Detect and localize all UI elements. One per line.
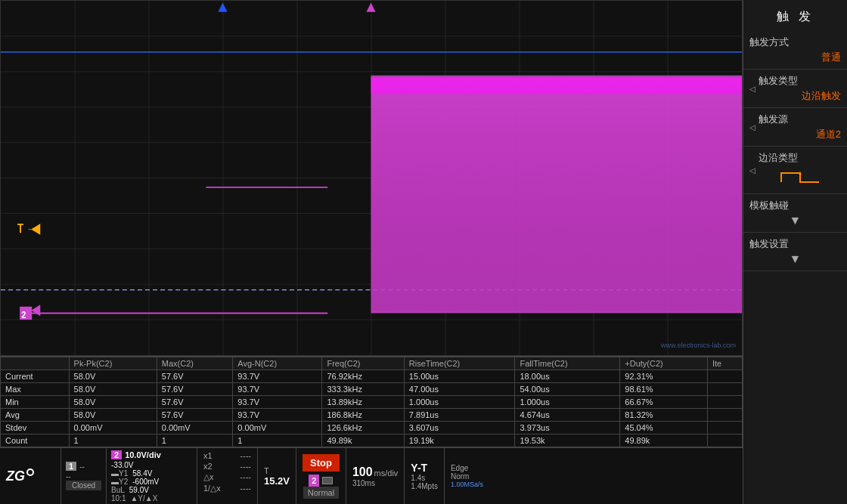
trigger-mode-item[interactable]: 触发方式 普通 [743, 31, 847, 70]
cursor-dx-val: ---- [240, 472, 251, 482]
ch1-line2: -- [66, 472, 101, 481]
ch2-label: 2 [111, 450, 122, 459]
ch2-coupling: BuL [111, 486, 125, 494]
stop-button[interactable]: Stop [302, 454, 340, 472]
edge-type-row: ◁ 边沿类型 [749, 151, 841, 189]
acq-time: 1.4s [411, 474, 438, 482]
row-cell: 47.00us [404, 383, 515, 396]
trigger-source-item[interactable]: ◁ 触发源 通道2 [743, 108, 847, 147]
row-cell [707, 383, 742, 396]
cursor-inv-val: ---- [240, 484, 251, 493]
timebase-sub: 310ms [352, 479, 398, 487]
cursor-panel: x1 ---- x2 ---- △x ---- 1/△x ---- [197, 448, 257, 504]
yt-panel: Y-T 1.4s 1.4Mpts [404, 448, 444, 504]
col-header-freq: Freq(C2) [322, 357, 404, 370]
ch2-y2-label: ▬Y2 [111, 478, 128, 486]
row-cell: 57.6V [157, 383, 233, 396]
row-label: Stdev [1, 422, 70, 434]
template-touch-arrow: ▼ [749, 214, 841, 227]
timebase-value: 100 [352, 465, 373, 479]
logo-circle [26, 468, 34, 476]
col-header-duty: +Duty(C2) [620, 357, 708, 370]
trigger-source-arrow: ◁ [749, 123, 755, 131]
svg-text:T →: T → [17, 222, 36, 236]
yt-label: Y-T [411, 462, 438, 474]
svg-marker-26 [218, 2, 227, 11]
row-cell: 3.973us [515, 422, 620, 434]
cursor-inv-label: 1/△x [203, 484, 221, 493]
row-label: Count [1, 434, 70, 447]
col-header-label [1, 357, 70, 370]
ch1-closed: Closed [66, 481, 101, 490]
cursor-x1-row: x1 ---- [203, 451, 251, 460]
row-cell: 49.89k [322, 434, 404, 447]
row-cell: 0.00mV [69, 422, 157, 434]
cursor-x2-label: x2 [203, 462, 213, 471]
trigger-source-value: 通道2 [759, 128, 841, 141]
trigger-type-item[interactable]: ◁ 触发类型 边沿触发 [743, 70, 847, 108]
ch2-offset: -33.0V [111, 461, 192, 469]
table-row: Max58.0V57.6V93.7V333.3kHz47.00us54.00us… [1, 383, 743, 396]
scope-area: 2 T → www.electronics-lab.com Pk-Pk(C2) … [0, 0, 743, 504]
svg-rect-25 [371, 77, 742, 311]
row-cell: 13.89kHz [322, 396, 404, 409]
row-cell: 333.3kHz [322, 383, 404, 396]
ch2-ratio: 10:1 [111, 494, 126, 502]
row-cell: 0.00mV [233, 422, 322, 434]
row-cell: 93.7V [233, 409, 322, 422]
row-cell: 66.67% [620, 396, 708, 409]
edge-type-item[interactable]: ◁ 边沿类型 [743, 147, 847, 194]
edge-type-arrow: ◁ [749, 166, 755, 175]
row-cell: 1 [157, 434, 233, 447]
logo: ZG [6, 468, 33, 484]
measurement-table-container: Pk-Pk(C2) Max(C2) Avg-N(C2) Freq(C2) Ris… [0, 356, 743, 447]
right-panel: 触 发 触发方式 普通 ◁ 触发类型 边沿触发 ◁ 触发源 通道2 [743, 0, 847, 504]
trigger-type-row: ◁ 触发类型 边沿触发 [749, 74, 841, 103]
row-cell: 81.32% [620, 409, 708, 422]
svg-marker-27 [366, 2, 375, 11]
template-touch-label: 模板触碰 [749, 199, 841, 212]
trigger-source-row: ◁ 触发源 通道2 [749, 113, 841, 141]
row-cell: 4.674us [515, 409, 620, 422]
row-cell: 58.0V [69, 396, 157, 409]
ch1-label: 1 [66, 462, 76, 471]
panel-title: 触 发 [743, 3, 847, 31]
cursor-dx-label: △x [203, 472, 214, 482]
row-cell: 57.6V [157, 409, 233, 422]
ch2-deltayx: ▲Y/▲X [130, 494, 157, 502]
col-header-max: Max(C2) [157, 357, 233, 370]
row-cell: 19.53k [515, 434, 620, 447]
col-header-ite: Ite [707, 357, 742, 370]
ch2-voltage-div: 10.0V/div [125, 450, 161, 459]
trigger-rate: 1.00MSa/s [451, 481, 737, 488]
trigger-label: Edge [451, 464, 737, 472]
template-touch-item[interactable]: 模板触碰 ▼ [743, 194, 847, 233]
row-cell: 126.6kHz [322, 422, 404, 434]
col-header-pkpk: Pk-Pk(C2) [69, 357, 157, 370]
trigger-info-panel: Edge Norm 1.00MSa/s [444, 448, 743, 504]
t-value: 15.2V [264, 475, 290, 487]
svg-rect-24 [371, 77, 742, 94]
timebase-unit: ms/div [374, 468, 399, 478]
row-cell: 57.6V [157, 396, 233, 409]
trigger-mode-value: 普通 [749, 51, 841, 64]
svg-marker-28 [31, 224, 40, 235]
row-cell: 98.61% [620, 383, 708, 396]
row-cell [707, 396, 742, 409]
logo-text: ZG [6, 468, 25, 484]
timebase-panel: 100 ms/div 310ms [346, 448, 404, 504]
table-row: Count11149.89k19.19k19.53k49.89k [1, 434, 743, 447]
row-cell: 93.7V [233, 396, 322, 409]
t-panel: T 15.2V [257, 448, 296, 504]
row-cell: 58.0V [69, 383, 157, 396]
trigger-settings-item[interactable]: 触发设置 ▼ [743, 233, 847, 271]
row-cell: 54.00us [515, 383, 620, 396]
cursor-x1-label: x1 [203, 451, 213, 460]
table-row: Stdev0.00mV0.00mV0.00mV126.6kHz3.607us3.… [1, 422, 743, 434]
svg-text:2: 2 [21, 309, 26, 320]
scope-grid: 2 T → [1, 1, 742, 355]
row-cell: 57.6V [157, 370, 233, 383]
ch1-line1: -- [79, 462, 85, 471]
ch2-deltay: 59.0V [129, 486, 149, 494]
edge-type-label: 边沿类型 [759, 151, 841, 165]
